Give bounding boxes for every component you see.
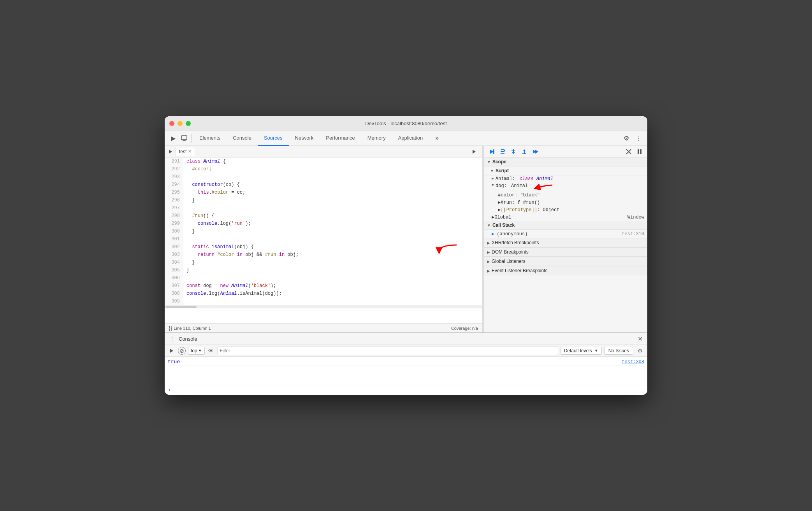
code-line-300: 300 } — [165, 228, 482, 235]
animal-expand-icon[interactable]: ▶ — [492, 176, 494, 181]
scope-label: Scope — [492, 159, 506, 164]
console-filter-input[interactable] — [217, 346, 558, 355]
code-line-304: 304 } — [165, 259, 482, 266]
console-run-icon[interactable] — [168, 347, 176, 355]
svg-marker-5 — [490, 149, 494, 154]
tab-elements[interactable]: Elements — [193, 131, 227, 146]
inspect-icon[interactable] — [179, 133, 190, 144]
console-toolbar: ⊘ top ▼ 👁 Default levels ▼ No Issues ⚙ — [165, 345, 647, 357]
context-chevron-icon: ▼ — [198, 348, 202, 353]
callstack-triangle-icon: ▼ — [487, 223, 491, 228]
dog-key: dog: — [496, 183, 507, 189]
tab-network[interactable]: Network — [289, 131, 320, 146]
global-listeners-header[interactable]: ▶ Global Listeners — [484, 257, 647, 266]
sources-panel: test ✕ 291 class Animal — [165, 146, 482, 332]
console-output-location[interactable]: test:308 — [622, 359, 644, 365]
debugger-panel: ▼ Scope ▼ Script ▶ Animal: class Animal — [484, 146, 647, 332]
step-into-button[interactable] — [509, 147, 518, 156]
scroll-thumb[interactable] — [165, 306, 197, 308]
debugger-toolbar — [484, 146, 647, 158]
resume-button[interactable] — [487, 147, 496, 156]
sources-statusbar: {} Line 310, Column 1 Coverage: n/a — [165, 323, 482, 332]
tab-application[interactable]: Application — [392, 131, 429, 146]
close-button[interactable] — [169, 121, 174, 126]
prompt-arrow-icon: › — [168, 387, 171, 393]
svg-marker-18 — [535, 150, 538, 154]
svg-rect-6 — [493, 149, 494, 154]
more-icon[interactable]: ⋮ — [633, 133, 644, 144]
code-line-295: 295 this.#color = co; — [165, 189, 482, 196]
callstack-header[interactable]: ▼ Call Stack — [484, 221, 647, 230]
console-title: Console — [179, 336, 197, 342]
scope-header[interactable]: ▼ Scope — [484, 158, 647, 166]
console-block-icon[interactable]: ⊘ — [178, 347, 186, 355]
step-over-button[interactable] — [498, 147, 507, 156]
event-breakpoints-header[interactable]: ▶ Event Listener Breakpoints — [484, 266, 647, 275]
script-header[interactable]: ▼ Script — [484, 166, 647, 175]
statusbar-left: {} Line 310, Column 1 — [169, 325, 211, 331]
dom-breakpoints-label: DOM Breakpoints — [492, 249, 529, 255]
global-listeners-triangle-icon: ▶ — [487, 259, 490, 264]
format-icon[interactable]: {} — [169, 325, 172, 331]
global-value: Window — [627, 215, 644, 220]
code-line-308: 308 console.log(Animal.isAnimal(dog)); — [165, 290, 482, 298]
step-button[interactable] — [531, 147, 540, 156]
global-expand-icon[interactable]: ▶ — [492, 214, 494, 220]
console-eye-icon[interactable]: 👁 — [207, 347, 215, 355]
tab-sources[interactable]: Sources — [258, 131, 289, 146]
callstack-anonymous-item[interactable]: ▶ (anonymous) test:310 — [484, 230, 647, 238]
run-expand-icon[interactable]: ▶ — [498, 200, 501, 205]
close-tab-icon[interactable]: ✕ — [188, 149, 192, 154]
console-prompt-input[interactable] — [174, 387, 644, 393]
maximize-button[interactable] — [186, 121, 191, 126]
levels-chevron-icon: ▼ — [594, 348, 598, 353]
statusbar-right: Coverage: n/a — [451, 326, 478, 331]
no-issues-button[interactable]: No Issues — [604, 347, 633, 355]
status-line: Line 310, Column 1 — [174, 326, 211, 331]
step-out-button[interactable] — [520, 147, 529, 156]
coverage-status: Coverage: n/a — [451, 326, 478, 331]
scope-dog-item: ▼ dog: Animal — [484, 182, 647, 192]
code-line-298: 298 #run() { — [165, 212, 482, 220]
code-line-306: 306 — [165, 274, 482, 282]
prototype-expand-icon[interactable]: ▶ — [498, 207, 501, 213]
sources-file-tab-test[interactable]: test ✕ — [176, 147, 195, 156]
callstack-item-label: (anonymous) — [497, 231, 527, 237]
dom-triangle-icon: ▶ — [487, 250, 490, 254]
sources-play-icon[interactable] — [469, 146, 480, 157]
tab-more[interactable]: » — [429, 131, 445, 146]
tab-console[interactable]: Console — [227, 131, 258, 146]
top-toolbar: ▶ Elements Console Sources Network Perfo… — [165, 131, 647, 146]
console-area: ⋮ Console ✕ ⊘ top ▼ 👁 Default levels ▼ — [165, 332, 647, 395]
callstack-location[interactable]: test:310 — [622, 231, 644, 237]
animal-key: Animal: — [496, 176, 515, 182]
color-value: "black" — [520, 192, 540, 198]
settings-icon[interactable]: ⚙ — [621, 133, 632, 144]
deactivate-breakpoints-button[interactable] — [624, 147, 633, 156]
horizontal-scrollbar[interactable] — [165, 305, 482, 308]
code-line-307: 307 const dog = new Animal('black'); — [165, 282, 482, 290]
console-levels-button[interactable]: Default levels ▼ — [561, 347, 602, 355]
dom-breakpoints-header[interactable]: ▶ DOM Breakpoints — [484, 247, 647, 257]
code-content[interactable]: 291 class Animal { 292 #color; 293 — [165, 158, 482, 305]
scope-content: ▼ Script ▶ Animal: class Animal ▼ dog: A… — [484, 166, 647, 221]
toolbar-divider — [191, 134, 192, 143]
sources-run-icon[interactable] — [167, 148, 174, 155]
pause-exceptions-button[interactable] — [635, 147, 644, 156]
console-context-selector[interactable]: top ▼ — [188, 347, 205, 355]
code-line-301: 301 — [165, 235, 482, 243]
console-close-button[interactable]: ✕ — [636, 335, 644, 343]
run-key: #run: — [501, 200, 515, 205]
cursor-icon[interactable]: ▶ — [168, 133, 179, 144]
console-settings-icon[interactable]: ⚙ — [636, 346, 644, 355]
console-output-value: true — [168, 359, 180, 365]
xhr-breakpoints-header[interactable]: ▶ XHR/fetch Breakpoints — [484, 238, 647, 247]
color-item: #color: "black" — [498, 192, 647, 199]
tab-performance[interactable]: Performance — [320, 131, 361, 146]
minimize-button[interactable] — [178, 121, 183, 126]
window-title: DevTools - localhost:8080/demo/test — [365, 121, 447, 126]
tab-memory[interactable]: Memory — [361, 131, 392, 146]
dog-expand-icon[interactable]: ▼ — [492, 183, 494, 187]
color-key: #color: — [498, 192, 520, 198]
console-menu-icon[interactable]: ⋮ — [168, 335, 176, 343]
